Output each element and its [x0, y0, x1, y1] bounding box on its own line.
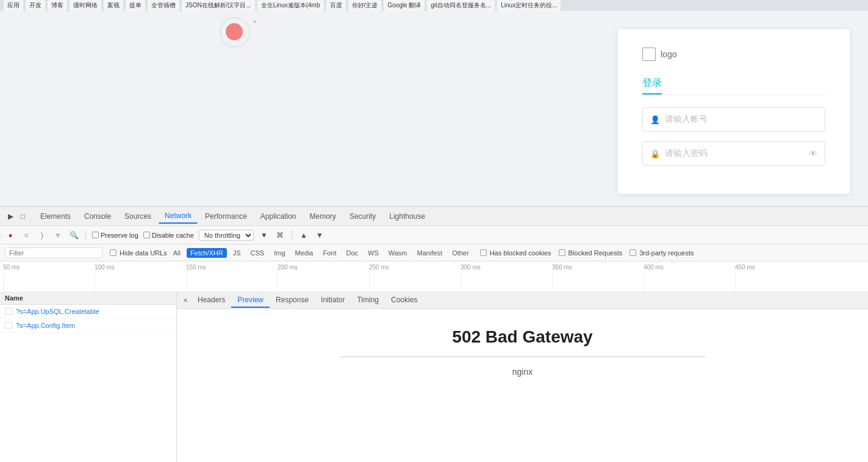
disable-cache-text: Disable cache — [152, 232, 194, 239]
export-har-button[interactable]: ▼ — [314, 230, 325, 241]
throttling-dropdown-icon[interactable]: ▼ — [259, 230, 270, 241]
main-page-area: logo 登录 👤 请输入帐号 🔒 请输入密码 👁 — [0, 11, 868, 206]
error-title: 502 Bad Gateway — [452, 327, 592, 347]
file-list: Name ?s=App.UpSQL.Createtable ?s=App.Con… — [0, 292, 177, 462]
tab-sources[interactable]: Sources — [118, 210, 157, 223]
clear-button[interactable]: 〉 — [37, 230, 48, 241]
import-har-button[interactable]: ▲ — [298, 230, 309, 241]
bookmark-8[interactable]: JSON在线解析/汉字目... — [182, 0, 255, 11]
tab-security[interactable]: Security — [343, 210, 382, 223]
user-icon: 👤 — [650, 115, 660, 124]
hide-data-urls-text: Hide data URLs — [120, 249, 167, 257]
has-blocked-cookies-label[interactable]: Has blocked cookies — [480, 249, 551, 257]
preserve-log-checkbox[interactable] — [92, 232, 99, 238]
file-item-2[interactable]: ?s=App.Config.Item — [0, 319, 176, 333]
filter-tag-css[interactable]: CSS — [247, 248, 268, 258]
circle-pink — [226, 23, 243, 40]
filter-toggle-button[interactable]: ▿ — [52, 230, 63, 241]
devtools-tabs: ▶ □ Elements Console Sources Network Per… — [0, 207, 868, 226]
preserve-log-text: Preserve log — [101, 232, 138, 239]
search-icon[interactable]: 🔍 — [68, 230, 79, 241]
filter-tag-font[interactable]: Font — [319, 248, 340, 258]
tab-application[interactable]: Application — [254, 210, 303, 223]
filter-tag-ws[interactable]: WS — [364, 248, 382, 258]
tab-cookies[interactable]: Cookies — [385, 293, 423, 308]
record-button[interactable]: ● — [5, 230, 16, 241]
bookmark-5[interactable]: 案视 — [104, 0, 123, 11]
bookmark-4[interactable]: 缓时网络 — [70, 0, 101, 11]
password-placeholder: 请输入密码 — [665, 148, 804, 159]
dot-small — [253, 20, 256, 23]
filter-input[interactable] — [5, 247, 102, 258]
preview-content: 502 Bad Gateway nginx — [177, 309, 868, 395]
filter-tag-wasm[interactable]: Wasm — [385, 248, 411, 258]
has-blocked-cookies-checkbox[interactable] — [480, 249, 487, 256]
bookmark-7[interactable]: 全管插槽 — [148, 0, 179, 11]
network-toolbar: ● ○ 〉 ▿ 🔍 Preserve log Disable cache No … — [0, 226, 868, 244]
username-field[interactable]: 👤 请输入帐号 — [642, 107, 825, 132]
bookmark-3[interactable]: 博客 — [48, 0, 67, 11]
filter-tag-js[interactable]: JS — [229, 248, 245, 258]
bookmark-14[interactable]: Linux定时任务的役... — [497, 0, 561, 11]
wifi-icon[interactable]: ⌘ — [274, 230, 285, 241]
blocked-requests-label[interactable]: Blocked Requests — [559, 249, 623, 257]
tab-network[interactable]: Network — [159, 209, 198, 224]
username-placeholder: 请输入帐号 — [665, 114, 817, 125]
stop-recording-button[interactable]: ○ — [21, 230, 32, 241]
hide-data-urls-checkbox[interactable] — [110, 249, 117, 256]
password-field[interactable]: 🔒 请输入密码 👁 — [642, 141, 825, 166]
filter-tag-fetchxhr[interactable]: Fetch/XHR — [187, 248, 227, 258]
lock-icon: 🔒 — [650, 149, 660, 158]
hide-data-urls-label[interactable]: Hide data URLs — [110, 249, 167, 257]
bookmark-11[interactable]: 你好/主迹 — [348, 0, 382, 11]
tab-timing[interactable]: Timing — [351, 293, 385, 308]
bookmark-2[interactable]: 开发 — [26, 0, 45, 11]
filter-tag-manifest[interactable]: Manifest — [414, 248, 447, 258]
circle-decoration — [220, 17, 256, 54]
blocked-requests-text: Blocked Requests — [569, 249, 623, 257]
tab-headers[interactable]: Headers — [192, 293, 231, 308]
bookmark-12[interactable]: Google 翻译 — [384, 0, 425, 11]
tab-preview[interactable]: Preview — [231, 293, 270, 308]
disable-cache-checkbox[interactable] — [143, 232, 150, 238]
login-tab[interactable]: 登录 — [642, 73, 662, 94]
bookmark-13[interactable]: git自动同名登服务名... — [427, 0, 495, 11]
filter-tag-media[interactable]: Media — [292, 248, 317, 258]
filter-tag-img[interactable]: Img — [270, 248, 289, 258]
file-list-header: Name — [0, 292, 176, 305]
tl-350ms: 350 ms — [552, 264, 572, 271]
login-card: logo 登录 👤 请输入帐号 🔒 请输入密码 👁 — [618, 29, 850, 194]
tab-elements[interactable]: Elements — [34, 210, 77, 223]
file-icon-1 — [5, 308, 12, 315]
content-split: Name ?s=App.UpSQL.Createtable ?s=App.Con… — [0, 292, 868, 462]
preserve-log-label[interactable]: Preserve log — [92, 232, 138, 239]
third-party-label[interactable]: 3rd-party requests — [629, 249, 694, 257]
cursor-icon[interactable]: ▶ — [5, 211, 16, 222]
tl-450ms: 450 ms — [735, 264, 755, 271]
bookmark-1[interactable]: 应用 — [4, 0, 23, 11]
blocked-requests-checkbox[interactable] — [559, 249, 565, 256]
filter-tag-doc[interactable]: Doc — [342, 248, 362, 258]
tl-300ms: 300 ms — [461, 264, 481, 271]
third-party-checkbox[interactable] — [629, 249, 636, 256]
logo-area: logo — [642, 48, 825, 61]
bookmark-10[interactable]: 百度 — [326, 0, 346, 11]
eye-icon[interactable]: 👁 — [809, 149, 817, 158]
tab-initiator[interactable]: Initiator — [315, 293, 351, 308]
tl-400ms: 400 ms — [644, 264, 664, 271]
preview-close-button[interactable]: × — [179, 294, 192, 307]
tab-response[interactable]: Response — [270, 293, 315, 308]
devtools-panel: ▶ □ Elements Console Sources Network Per… — [0, 206, 868, 462]
tab-lighthouse[interactable]: Lighthouse — [383, 210, 431, 223]
throttling-select[interactable]: No throttling Fast 3G Slow 3G Offline — [199, 230, 254, 241]
inspector-icon[interactable]: □ — [17, 211, 28, 222]
tab-memory[interactable]: Memory — [304, 210, 342, 223]
bookmark-6[interactable]: 提单 — [126, 0, 145, 11]
bookmark-9[interactable]: 全生Linux逾版本(4mb — [257, 0, 324, 11]
filter-tag-all[interactable]: All — [170, 248, 184, 258]
file-item-1[interactable]: ?s=App.UpSQL.Createtable — [0, 305, 176, 319]
tab-performance[interactable]: Performance — [199, 210, 253, 223]
tab-console[interactable]: Console — [78, 210, 117, 223]
filter-tag-other[interactable]: Other — [448, 248, 473, 258]
disable-cache-label[interactable]: Disable cache — [143, 232, 194, 239]
